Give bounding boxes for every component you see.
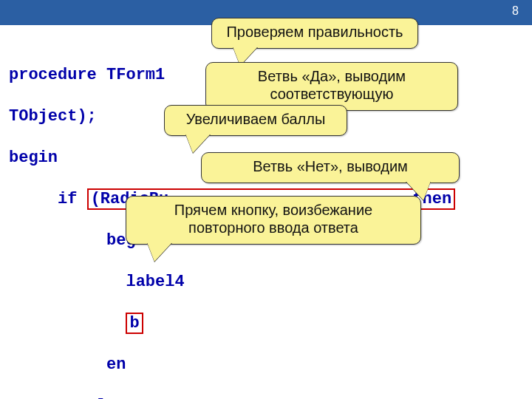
callout-text: Проверяем правильность xyxy=(226,24,403,40)
callout-text: Увеличиваем баллы xyxy=(186,111,326,127)
callout-check-correctness: Проверяем правильность xyxy=(211,18,418,49)
callout-yes-branch: Ветвь «Да», выводим соответствующую xyxy=(205,62,458,111)
callout-hide-button: Прячем кнопку, воизбежание повторного вв… xyxy=(126,196,421,245)
code-line: label4 xyxy=(9,272,523,293)
code-line: else xyxy=(9,396,523,399)
callout-tail xyxy=(185,134,211,153)
callout-text: Ветвь «Да», выводим соответствующую xyxy=(258,68,406,102)
callout-text: Прячем кнопку, воизбежание повторного вв… xyxy=(174,202,372,236)
callout-increase-score: Увеличиваем баллы xyxy=(164,105,347,136)
code-indent xyxy=(9,314,126,332)
callout-tail xyxy=(147,242,172,262)
score-increment-box: b xyxy=(126,313,143,334)
callout-text: Ветвь «Нет», выводим xyxy=(253,158,408,174)
page-number: 8 xyxy=(512,4,519,18)
code-line: en xyxy=(9,355,523,375)
callout-no-branch: Ветвь «Нет», выводим xyxy=(201,152,460,183)
code-line: b xyxy=(9,313,523,334)
code-fragment: if xyxy=(9,190,87,208)
